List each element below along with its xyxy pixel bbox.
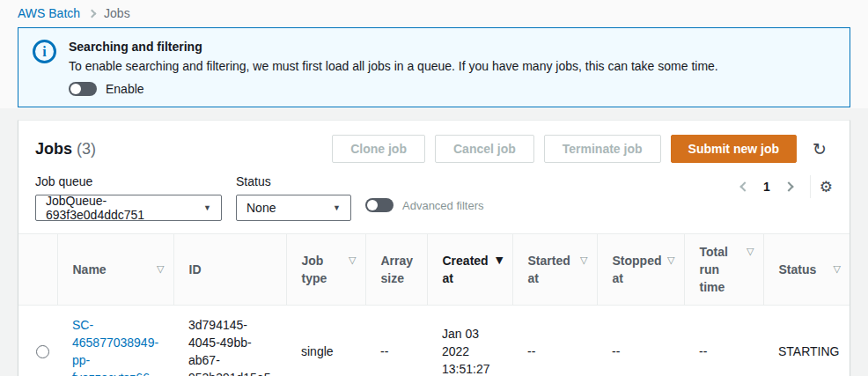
column-header-id: ID <box>173 234 286 306</box>
sort-icon[interactable]: ▽ <box>828 261 841 278</box>
pagination-divider <box>810 175 811 198</box>
job-id-cell: 3d794145-4045-49bb-ab67-953b391d15e5 <box>173 306 286 376</box>
column-header-array-size: Array size <box>365 234 427 306</box>
column-header-job-type[interactable]: Job type▽ <box>286 234 365 306</box>
table-header-row: Name▽ ID Job type▽ Array size Created at <box>18 234 850 306</box>
status-label: Status <box>236 173 351 190</box>
page-number[interactable]: 1 <box>755 180 778 194</box>
top-section: AWS Batch Jobs i Searching and filtering… <box>0 0 868 108</box>
array-size-cell: -- <box>365 306 427 376</box>
panel-header: Jobs (3) Clone job Cancel job Terminate … <box>18 121 850 163</box>
info-icon-glyph: i <box>42 45 46 59</box>
column-label: Status <box>779 261 817 278</box>
submit-new-job-button[interactable]: Submit new job <box>671 135 797 163</box>
column-label: Job type <box>302 252 344 287</box>
job-name-cell: SC-465877038949-pp-fyozzocytsz66 <box>57 306 173 376</box>
action-buttons: Clone job Cancel job Terminate job Submi… <box>332 135 833 163</box>
row-select-cell <box>18 306 57 376</box>
pagination: 1 ⚙ <box>734 175 833 198</box>
chevron-down-icon: ▼ <box>320 203 341 212</box>
gear-icon[interactable]: ⚙ <box>820 180 833 195</box>
job-name-link[interactable]: SC-465877038949-pp-fyozzocytsz66 <box>72 318 158 376</box>
sort-icon[interactable]: ▽ <box>662 252 674 269</box>
banner-content: Searching and filtering To enable search… <box>69 38 718 96</box>
sort-icon[interactable]: ▽ <box>741 243 754 261</box>
sort-icon[interactable]: ▽ <box>343 252 356 269</box>
column-label: Created at <box>443 252 491 287</box>
started-at-cell: -- <box>512 306 597 376</box>
sort-icon[interactable]: ▽ <box>151 261 164 278</box>
jobs-table: Name▽ ID Job type▽ Array size Created at <box>18 233 850 376</box>
enable-toggle-label: Enable <box>106 82 144 96</box>
previous-page-button[interactable] <box>734 178 755 195</box>
job-type-cell: single <box>286 306 365 376</box>
column-header-created-at[interactable]: Created at▼ <box>427 234 512 306</box>
column-label: Stopped at <box>613 252 663 287</box>
row-radio-button[interactable] <box>36 345 49 358</box>
column-label: ID <box>189 261 202 278</box>
column-header-started-at[interactable]: Started at▽ <box>512 234 597 306</box>
banner-title: Searching and filtering <box>69 38 718 55</box>
breadcrumb-jobs-current: Jobs <box>104 6 130 20</box>
job-queue-selected-value: JobQueue-693f3e0d4ddc751 <box>46 194 191 222</box>
advanced-filters-label: Advanced filters <box>402 199 484 212</box>
column-label: Started at <box>528 252 576 287</box>
cancel-job-button[interactable]: Cancel job <box>435 135 534 163</box>
advanced-filters-row: Advanced filters <box>365 198 484 212</box>
total-run-time-cell: -- <box>684 306 763 376</box>
column-header-total-run-time[interactable]: Total run time▽ <box>684 234 763 306</box>
panel-title: Jobs <box>35 140 72 159</box>
table-row: SC-465877038949-pp-fyozzocytsz66 3d79414… <box>18 306 850 376</box>
status-field: Status None ▼ <box>236 173 351 221</box>
column-label: Array size <box>381 252 418 287</box>
terminate-job-button[interactable]: Terminate job <box>544 135 661 163</box>
refresh-icon[interactable]: ↻ <box>806 135 833 163</box>
filters-row: Job queue JobQueue-693f3e0d4ddc751 ▼ Sta… <box>18 163 850 233</box>
enable-toggle-row: Enable <box>69 82 718 96</box>
status-select[interactable]: None ▼ <box>236 195 351 221</box>
sort-desc-icon[interactable]: ▼ <box>490 252 503 269</box>
chevron-left-icon <box>739 181 749 191</box>
clone-job-button[interactable]: Clone job <box>332 135 425 163</box>
job-queue-field: Job queue JobQueue-693f3e0d4ddc751 ▼ <box>35 173 222 221</box>
stopped-at-cell: -- <box>597 306 684 376</box>
main-content: Jobs (3) Clone job Cancel job Terminate … <box>0 108 868 376</box>
column-header-name[interactable]: Name▽ <box>57 234 173 306</box>
jobs-panel: Jobs (3) Clone job Cancel job Terminate … <box>18 120 850 376</box>
breadcrumb-aws-batch-link[interactable]: AWS Batch <box>18 6 80 20</box>
status-cell: STARTING <box>763 306 850 376</box>
select-all-header <box>18 234 57 306</box>
created-at-cell: Jan 03 2022 13:51:27 <box>427 306 512 376</box>
column-label: Total run time <box>700 243 742 296</box>
info-icon: i <box>33 40 56 63</box>
job-queue-label: Job queue <box>35 173 222 190</box>
chevron-down-icon: ▼ <box>191 203 211 212</box>
breadcrumb: AWS Batch Jobs <box>0 0 868 27</box>
sort-icon[interactable]: ▽ <box>575 252 587 269</box>
advanced-filters-toggle[interactable] <box>365 198 394 212</box>
column-header-stopped-at[interactable]: Stopped at▽ <box>597 234 684 306</box>
column-header-status[interactable]: Status▽ <box>763 234 850 306</box>
aws-batch-jobs-page: AWS Batch Jobs i Searching and filtering… <box>0 0 868 376</box>
enable-toggle[interactable] <box>69 82 97 96</box>
next-page-button[interactable] <box>778 178 799 195</box>
info-banner: i Searching and filtering To enable sear… <box>18 27 850 107</box>
breadcrumb-separator-icon <box>88 9 97 18</box>
job-queue-select[interactable]: JobQueue-693f3e0d4ddc751 ▼ <box>35 195 222 221</box>
status-selected-value: None <box>246 201 276 215</box>
chevron-right-icon <box>783 181 793 191</box>
banner-description: To enable searching and filtering, we mu… <box>69 57 718 75</box>
jobs-count-value: (3) <box>77 140 96 159</box>
column-label: Name <box>73 261 107 278</box>
